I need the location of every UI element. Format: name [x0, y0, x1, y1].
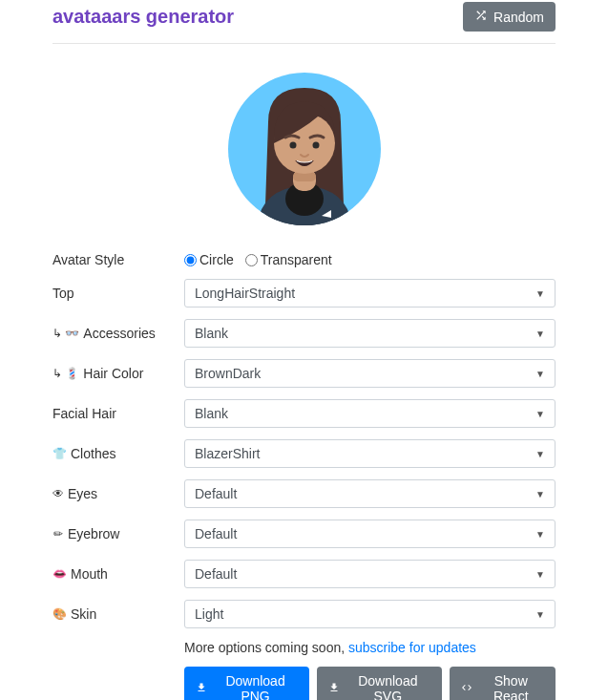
chevron-down-icon: ▼: [535, 489, 545, 499]
label-mouth: 👄Mouth: [52, 566, 184, 582]
radio-transparent-label: Transparent: [261, 252, 332, 267]
svg-point-6: [289, 142, 296, 149]
download-png-label: Download PNG: [213, 673, 298, 700]
row-eyes: 👁EyesDefault▼: [52, 479, 556, 508]
header: avataaars generator Random: [52, 0, 556, 44]
download-icon: [196, 681, 207, 696]
download-svg-button[interactable]: Download SVG: [317, 667, 441, 700]
eyes-icon: 👁: [52, 487, 64, 500]
select-skin[interactable]: Light▼: [184, 600, 556, 628]
label-text: Eyes: [68, 486, 97, 501]
label-top: Top: [52, 286, 184, 301]
select-accessories[interactable]: Blank▼: [184, 319, 556, 348]
avatar-style-radios: Circle Transparent: [184, 252, 556, 267]
label-clothes: 👕Clothes: [52, 446, 184, 461]
footer-note: More options coming soon, subscribe for …: [184, 640, 556, 655]
select-hair-color[interactable]: BrownDark▼: [184, 359, 556, 388]
chevron-down-icon: ▼: [535, 449, 545, 459]
avatar-image: [228, 65, 381, 233]
random-button-label: Random: [493, 10, 544, 25]
label-facial-hair: Facial Hair: [52, 406, 184, 421]
radio-transparent[interactable]: Transparent: [245, 252, 332, 267]
code-icon: [461, 681, 472, 696]
label-text: Facial Hair: [52, 406, 116, 421]
label-text: Skin: [71, 606, 96, 622]
select-value: Light: [195, 606, 223, 622]
chevron-down-icon: ▼: [535, 409, 545, 419]
select-value: LongHairStraight: [195, 286, 295, 301]
label-hair-color: ↳ 💈Hair Color: [52, 366, 184, 381]
accessories-icon: ↳ 👓: [52, 327, 79, 340]
select-value: Default: [195, 566, 237, 582]
chevron-down-icon: ▼: [535, 369, 545, 379]
label-text: Hair Color: [83, 366, 143, 381]
row-avatar-style: Avatar Style Circle Transparent: [52, 252, 556, 267]
select-eyes[interactable]: Default▼: [184, 479, 556, 508]
clothes-icon: 👕: [52, 447, 67, 460]
label-text: Mouth: [71, 566, 108, 582]
radio-transparent-input[interactable]: [245, 254, 258, 266]
row-mouth: 👄MouthDefault▼: [52, 560, 556, 588]
button-row: Download PNG Download SVG Show React: [184, 667, 556, 700]
page-title: avataaars generator: [52, 6, 234, 28]
download-icon: [328, 681, 340, 696]
row-hair-color: ↳ 💈Hair ColorBrownDark▼: [52, 359, 556, 388]
avatar-preview: [52, 65, 556, 233]
select-eyebrow[interactable]: Default▼: [184, 520, 556, 548]
label-eyes: 👁Eyes: [52, 486, 184, 501]
row-accessories: ↳ 👓AccessoriesBlank▼: [52, 319, 556, 348]
label-avatar-style: Avatar Style: [52, 252, 184, 267]
label-eyebrow: ✏Eyebrow: [52, 526, 184, 541]
label-text: Clothes: [71, 446, 115, 461]
select-value: BrownDark: [195, 366, 261, 381]
select-value: BlazerShirt: [195, 446, 260, 461]
select-facial-hair[interactable]: Blank▼: [184, 399, 556, 428]
radio-circle-label: Circle: [199, 252, 234, 267]
label-text: Accessories: [83, 326, 155, 341]
chevron-down-icon: ▼: [535, 288, 545, 299]
label-text: Eyebrow: [68, 526, 119, 541]
random-button[interactable]: Random: [463, 2, 556, 32]
svg-point-7: [312, 142, 319, 149]
radio-circle-input[interactable]: [184, 254, 197, 266]
select-value: Blank: [195, 326, 228, 341]
label-skin: 🎨Skin: [52, 606, 184, 622]
select-value: Default: [195, 486, 237, 501]
row-facial-hair: Facial HairBlank▼: [52, 399, 556, 428]
radio-circle[interactable]: Circle: [184, 252, 234, 267]
subscribe-link[interactable]: subscribe for updates: [348, 640, 476, 655]
label-text: Top: [52, 286, 74, 301]
eyebrow-icon: ✏: [52, 527, 64, 541]
footer-note-text: More options coming soon,: [184, 640, 348, 655]
row-skin: 🎨SkinLight▼: [52, 600, 556, 628]
row-eyebrow: ✏EyebrowDefault▼: [52, 520, 556, 548]
label-accessories: ↳ 👓Accessories: [52, 326, 184, 341]
select-clothes[interactable]: BlazerShirt▼: [184, 439, 556, 468]
mouth-icon: 👄: [52, 567, 67, 581]
select-top[interactable]: LongHairStraight▼: [184, 279, 556, 308]
chevron-down-icon: ▼: [535, 609, 545, 620]
chevron-down-icon: ▼: [535, 529, 545, 540]
download-svg-label: Download SVG: [346, 673, 430, 700]
download-png-button[interactable]: Download PNG: [184, 667, 309, 700]
select-value: Blank: [195, 406, 228, 421]
select-mouth[interactable]: Default▼: [184, 560, 556, 588]
hair-color-icon: ↳ 💈: [52, 367, 79, 380]
chevron-down-icon: ▼: [535, 569, 545, 580]
chevron-down-icon: ▼: [535, 329, 545, 339]
row-clothes: 👕ClothesBlazerShirt▼: [52, 439, 556, 468]
select-value: Default: [195, 526, 237, 541]
show-react-button[interactable]: Show React: [450, 667, 556, 700]
shuffle-icon: [474, 9, 488, 25]
show-react-label: Show React: [478, 673, 544, 700]
row-top: TopLongHairStraight▼: [52, 279, 556, 308]
skin-icon: 🎨: [52, 607, 67, 621]
